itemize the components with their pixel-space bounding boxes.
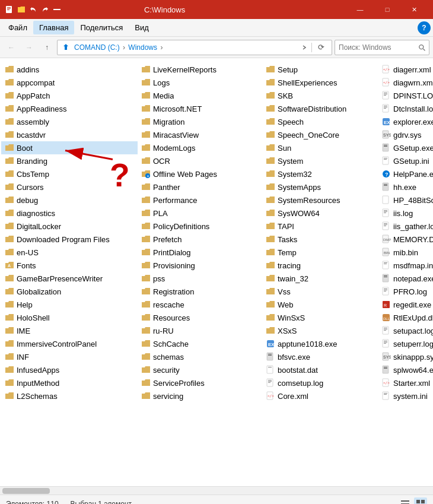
file-item[interactable]: Provisioning (138, 259, 262, 272)
file-item[interactable]: assembly (1, 115, 138, 128)
file-item[interactable]: SystemApps (262, 180, 378, 194)
search-input[interactable] (339, 43, 416, 52)
help-button[interactable]: ? (418, 21, 431, 34)
breadcrumb-windows[interactable]: Windows (128, 43, 157, 52)
file-list[interactable]: addins appcompat AppPatch AppReadiness a… (0, 58, 433, 486)
search-box[interactable] (335, 40, 429, 55)
menu-file[interactable]: Файл (2, 21, 33, 34)
file-item[interactable]: </> diagwrn.xml (378, 76, 433, 89)
file-item[interactable]: pss (138, 272, 262, 285)
file-item[interactable]: INF (1, 350, 138, 363)
file-item[interactable]: EX apptune1018.exe (262, 337, 378, 350)
file-item[interactable]: setuperr.log (378, 337, 433, 350)
file-item[interactable]: SystemResources (262, 194, 378, 207)
file-item[interactable]: Temp (262, 246, 378, 259)
file-item[interactable]: </> Core.xml (262, 389, 378, 402)
file-item[interactable]: OCR (138, 154, 262, 167)
file-item[interactable]: ModemLogs (138, 141, 262, 154)
menu-view[interactable]: Вид (129, 21, 155, 34)
file-item[interactable]: en-US (1, 246, 138, 259)
file-item[interactable]: </> diagerr.xml (378, 63, 433, 76)
file-item[interactable]: Speech_OneCore (262, 128, 378, 141)
file-item[interactable]: Prefetch (138, 233, 262, 246)
file-item[interactable]: addins (1, 63, 138, 76)
file-item[interactable]: twain_32 (262, 272, 378, 285)
scrollbar-thumb[interactable] (2, 488, 50, 494)
file-item[interactable]: notepad.exe (378, 272, 433, 285)
file-item[interactable]: ? HelpPane.exe (378, 167, 433, 180)
file-item[interactable]: DigitalLocker (1, 220, 138, 233)
file-item[interactable]: DPINST.LOG (378, 89, 433, 102)
breadcrumb-drive[interactable]: COMAND (C:) (74, 43, 120, 52)
file-item[interactable]: EX explorer.exe (378, 115, 433, 128)
file-item[interactable]: splwow64.exe (378, 363, 433, 376)
file-item[interactable]: security (138, 363, 262, 376)
refresh-button[interactable]: ⟳ (316, 42, 327, 53)
file-item[interactable]: </> Starter.xml (378, 376, 433, 389)
file-item[interactable]: Panther (138, 180, 262, 194)
menu-home[interactable]: Главная (33, 21, 74, 34)
file-item[interactable]: AppReadiness (1, 102, 138, 115)
file-item[interactable]: tracing (262, 259, 378, 272)
file-item[interactable]: InfusedApps (1, 363, 138, 376)
file-item[interactable]: debug (1, 194, 138, 207)
file-item[interactable]: SKB (262, 89, 378, 102)
file-item[interactable]: Downloaded Program Files (1, 233, 138, 246)
file-item[interactable]: Boot (1, 141, 138, 154)
file-item[interactable]: Speech (262, 115, 378, 128)
close-button[interactable]: ✕ (401, 0, 428, 19)
minimize-button[interactable]: — (346, 0, 374, 19)
file-item[interactable]: AppPatch (1, 89, 138, 102)
file-item[interactable]: rescache (138, 298, 262, 311)
file-item[interactable]: schemas (138, 350, 262, 363)
redo-icon[interactable] (40, 5, 50, 14)
file-item[interactable]: bcastdvr (1, 128, 138, 141)
file-item[interactable]: ru-RU (138, 324, 262, 337)
file-item[interactable]: HP_48BitScanUp (378, 194, 433, 207)
file-item[interactable]: System32 (262, 167, 378, 180)
file-item[interactable]: msdfmap.ini (378, 259, 433, 272)
file-item[interactable]: Migration (138, 115, 262, 128)
file-item[interactable]: SchCache (138, 337, 262, 350)
file-item[interactable]: MiracastView (138, 128, 262, 141)
file-item[interactable]: PFRO.log (378, 285, 433, 298)
file-item[interactable]: ServiceProfiles (138, 376, 262, 389)
file-item[interactable]: Help (1, 298, 138, 311)
file-item[interactable]: Microsoft.NET (138, 102, 262, 115)
file-item[interactable]: Media (138, 89, 262, 102)
file-item[interactable]: DLL RtlExUpd.dll (378, 311, 433, 324)
file-item[interactable]: iis_gather.log (378, 220, 433, 233)
file-item[interactable]: Sun (262, 141, 378, 154)
file-item[interactable]: CbsTemp (1, 167, 138, 180)
file-item[interactable]: servicing (138, 389, 262, 402)
address-box[interactable]: COMAND (C:) › Windows › ⟳ (57, 40, 332, 55)
file-item[interactable]: ImmersiveControlPanel (1, 337, 138, 350)
file-item[interactable]: R regedit.exe (378, 298, 433, 311)
file-item[interactable]: Branding (1, 154, 138, 167)
file-item[interactable]: setupact.log (378, 324, 433, 337)
file-item[interactable]: GameBarPresenceWriter (1, 272, 138, 285)
file-item[interactable]: bootstat.dat (262, 363, 378, 376)
file-item[interactable]: diagnostics (1, 207, 138, 220)
file-item[interactable]: Web (262, 298, 378, 311)
file-item[interactable]: appcompat (1, 76, 138, 89)
file-item[interactable]: LiveKernelReports (138, 63, 262, 76)
file-item[interactable]: Tasks (262, 233, 378, 246)
file-item[interactable]: SYS skinappp.sys (378, 350, 433, 363)
file-item[interactable]: iis.log (378, 207, 433, 220)
undo-icon[interactable] (28, 5, 38, 14)
file-item[interactable]: GSetup.exe (378, 141, 433, 154)
file-item[interactable]: Registration (138, 285, 262, 298)
file-item[interactable]: System (262, 154, 378, 167)
file-item[interactable]: PolicyDefinitions (138, 220, 262, 233)
file-item[interactable]: PLA (138, 207, 262, 220)
file-item[interactable]: hh.exe (378, 180, 433, 194)
file-item[interactable]: GSetup.ini (378, 154, 433, 167)
file-item[interactable]: SoftwareDistribution (262, 102, 378, 115)
file-item[interactable]: DtcInstall.log (378, 102, 433, 115)
details-view-button[interactable] (399, 497, 412, 505)
up-button[interactable]: ↑ (39, 40, 55, 55)
file-item[interactable]: Cursors (1, 180, 138, 194)
file-item[interactable]: XSxS (262, 324, 378, 337)
file-item[interactable]: Logs (138, 76, 262, 89)
